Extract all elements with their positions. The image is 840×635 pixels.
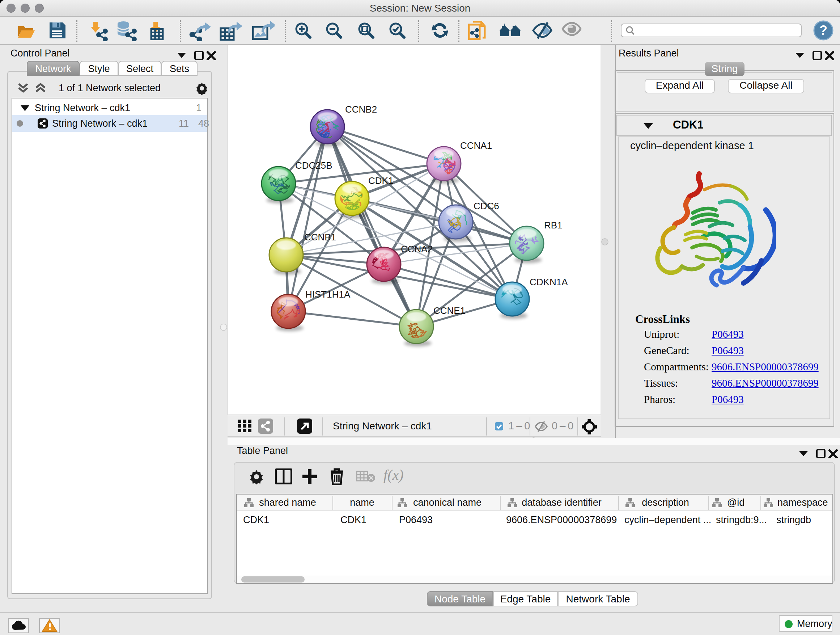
svg-text:CDKN1A: CDKN1A	[530, 277, 568, 287]
svg-text:CCNA1: CCNA1	[460, 140, 492, 151]
svg-text:CDC6: CDC6	[474, 201, 499, 211]
svg-text:CCNE1: CCNE1	[433, 305, 465, 316]
svg-text:RB1: RB1	[544, 220, 562, 231]
svg-text:CCNB1: CCNB1	[304, 232, 336, 242]
svg-text:CDK1: CDK1	[368, 175, 393, 186]
svg-text:CDC25B: CDC25B	[295, 160, 332, 171]
svg-text:?: ?	[819, 23, 827, 38]
svg-text:CCNB2: CCNB2	[345, 104, 377, 115]
svg-text:HIST1H1A: HIST1H1A	[305, 289, 351, 300]
svg-text:CCNA2: CCNA2	[401, 244, 433, 255]
